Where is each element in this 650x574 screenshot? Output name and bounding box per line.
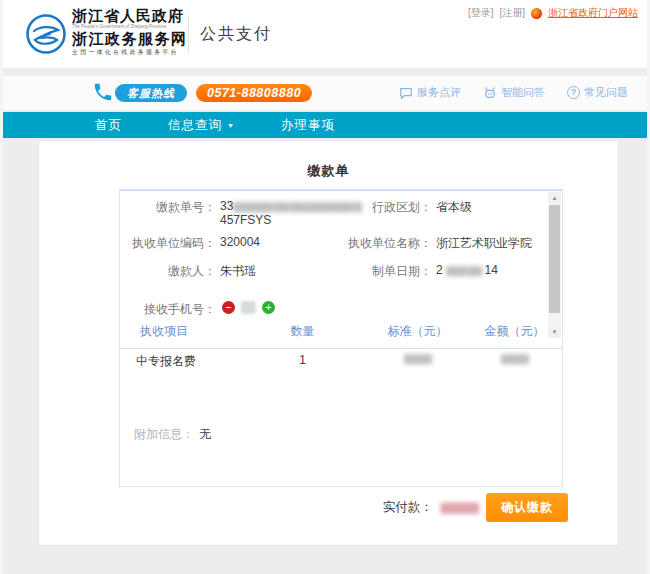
phone-number-redacted — [241, 301, 256, 314]
unit-code-cell: 执收单位编码： 320004 — [120, 235, 260, 252]
confirm-payment-button[interactable]: 确认缴款 — [486, 493, 568, 522]
form-row-unit: 执收单位编码： 320004 执收单位名称： 浙江艺术职业学院 — [120, 235, 562, 252]
bill-no-line2: 457FSYS — [220, 213, 271, 227]
hotline-link-label: 智能问答 — [501, 85, 545, 100]
national-emblem-icon — [531, 8, 542, 19]
form-scrollbar[interactable]: ▲ ▼ — [548, 192, 561, 338]
payer-value: 朱书瑶 — [220, 263, 256, 280]
logo-text-block: 浙江省人民政府 The People's Government of Zheji… — [72, 9, 188, 55]
region-cell: 行政区划： 省本级 — [330, 199, 472, 216]
bill-no-cell: 缴款单号： 33▇▇▇▇▇▇ ▇▇ ▇▇ ▇▇▇▇▇▇▇ ▇ 457FSYS — [120, 199, 361, 227]
fee-standard-redacted: ▇▇▇▇ — [370, 353, 465, 370]
site-name: 浙江政务服务网 — [72, 32, 188, 47]
site-header: 浙江省人民政府 The People's Government of Zheji… — [0, 0, 650, 68]
payer-cell: 缴款人： 朱书瑶 — [120, 263, 256, 280]
hotline-label-badge: 客服热线 — [115, 84, 187, 102]
page-title: 公共支付 — [200, 24, 272, 45]
nav-item-matters[interactable]: 办理事项 — [281, 117, 335, 134]
col-standard: 标准（元） — [370, 323, 465, 340]
chevron-down-icon: ▼ — [227, 122, 235, 129]
unit-name-label: 执收单位名称： — [330, 235, 432, 252]
unit-name-value: 浙江艺术职业学院 — [436, 235, 532, 252]
scroll-up-icon[interactable]: ▲ — [548, 192, 561, 204]
paid-amount-redacted: ▇▇▇▇▇ — [441, 501, 478, 514]
site-tagline: 全国一体化在线政务服务平台 — [72, 49, 188, 55]
hotline-link-review[interactable]: 服务点评 — [399, 85, 461, 100]
date-prefix: 2 — [436, 263, 443, 277]
fee-table-header: 执收项目 数量 标准（元） 金额（元） — [120, 323, 562, 349]
robot-icon — [483, 86, 497, 100]
main-nav: 首页 信息查询 ▼ 办理事项 — [0, 112, 650, 138]
paid-amount-label: 实付款： — [383, 499, 433, 516]
site-logo: 浙江省人民政府 The People's Government of Zheji… — [26, 9, 188, 55]
top-links: [登录] [注册] 浙江省政府门户网站 — [468, 6, 638, 20]
form-row-payer: 缴款人： 朱书瑶 制单日期： 2 ▇▇▇ ▇▇ 14 — [120, 263, 562, 280]
region-value: 省本级 — [436, 199, 472, 216]
page: 浙江省人民政府 The People's Government of Zheji… — [0, 0, 650, 574]
register-link[interactable]: [注册] — [499, 6, 525, 20]
unit-code-label: 执收单位编码： — [120, 235, 216, 252]
zhejiang-logo-icon — [26, 14, 66, 54]
hotline-bar: 客服热线 0571-88808880 服务点评 智能问答 ? 常见问题 — [0, 76, 650, 110]
phone-label: 接收手机号： — [120, 301, 216, 318]
pay-footer-row: 实付款： ▇▇▇▇▇ 确认缴款 — [383, 493, 568, 522]
gov-name-en: The People's Government of Zhejiang Prov… — [72, 25, 188, 30]
hotline-link-smart-qa[interactable]: 智能问答 — [483, 85, 545, 100]
hotline-number-badge: 0571-88808880 — [196, 84, 312, 102]
nav-matters-label: 办理事项 — [281, 117, 335, 134]
nav-item-info-query[interactable]: 信息查询 ▼ — [168, 117, 235, 134]
phone-icon — [92, 81, 114, 103]
nav-item-home[interactable]: 首页 — [95, 117, 122, 134]
fee-qty: 1 — [235, 353, 370, 370]
add-phone-icon[interactable]: + — [262, 301, 275, 314]
header-divider — [188, 15, 189, 53]
extra-info-row: 附加信息： 无 — [134, 426, 211, 443]
hotline-link-label: 服务点评 — [417, 85, 461, 100]
date-value: 2 ▇▇▇ ▇▇ 14 — [436, 263, 498, 277]
payment-card: 缴款单 缴款单号： 33▇▇▇▇▇▇ ▇▇ ▇▇ ▇▇▇▇▇▇▇ ▇ 457FS… — [38, 140, 619, 546]
question-circle-icon: ? — [567, 86, 580, 99]
fee-amount-redacted: ▇▇▇▇ — [465, 353, 564, 370]
col-qty: 数量 — [235, 323, 370, 340]
payment-slip-title: 缴款单 — [39, 162, 618, 180]
nav-info-query-label: 信息查询 — [168, 117, 222, 134]
remove-phone-icon[interactable]: − — [222, 301, 235, 314]
extra-info-value: 无 — [199, 427, 211, 441]
form-row-phone: 接收手机号： − + — [120, 301, 562, 318]
hotline-link-faq[interactable]: ? 常见问题 — [567, 85, 628, 100]
hotline-links: 服务点评 智能问答 ? 常见问题 — [399, 85, 628, 100]
hotline-link-label: 常见问题 — [584, 85, 628, 100]
scrollbar-thumb[interactable] — [549, 205, 560, 313]
unit-name-cell: 执收单位名称： 浙江艺术职业学院 — [330, 235, 532, 252]
payment-form-box: 缴款单号： 33▇▇▇▇▇▇ ▇▇ ▇▇ ▇▇▇▇▇▇▇ ▇ 457FSYS 行… — [119, 189, 563, 487]
portal-link[interactable]: 浙江省政府门户网站 — [548, 6, 638, 20]
date-redacted: ▇▇▇ ▇▇ — [446, 265, 481, 276]
phone-controls: − + — [222, 301, 275, 314]
form-row-bill-no: 缴款单号： 33▇▇▇▇▇▇ ▇▇ ▇▇ ▇▇▇▇▇▇▇ ▇ 457FSYS 行… — [120, 199, 562, 227]
fee-item: 中专报名费 — [120, 353, 235, 370]
bill-no-label: 缴款单号： — [120, 199, 216, 216]
region-label: 行政区划： — [330, 199, 432, 216]
gov-name: 浙江省人民政府 — [72, 9, 188, 24]
date-cell: 制单日期： 2 ▇▇▇ ▇▇ 14 — [330, 263, 498, 280]
col-item: 执收项目 — [120, 323, 235, 340]
nav-home-label: 首页 — [95, 117, 122, 134]
extra-info-label: 附加信息： — [134, 427, 194, 441]
date-suffix: 14 — [485, 263, 498, 277]
phone-cell: 接收手机号： − + — [120, 301, 275, 318]
chat-bubble-icon — [399, 86, 413, 100]
login-link[interactable]: [登录] — [468, 6, 494, 20]
fee-table-row: 中专报名费 1 ▇▇▇▇ ▇▇▇▇ — [120, 353, 562, 370]
scroll-down-icon[interactable]: ▼ — [548, 326, 561, 338]
payer-label: 缴款人： — [120, 263, 216, 280]
unit-code-value: 320004 — [220, 235, 260, 249]
bill-no-visible: 33 — [220, 199, 233, 213]
date-label: 制单日期： — [330, 263, 432, 280]
